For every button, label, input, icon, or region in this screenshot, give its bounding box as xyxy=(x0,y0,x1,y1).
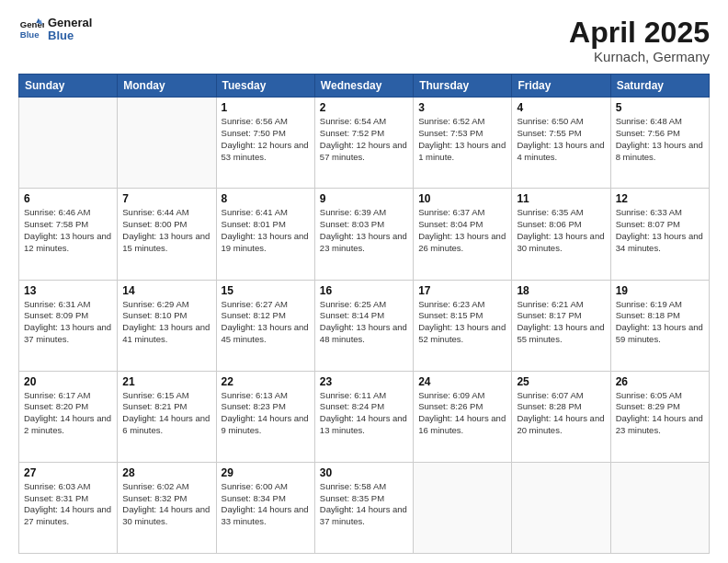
day-number: 18 xyxy=(517,284,605,297)
day-header-friday: Friday xyxy=(512,75,610,98)
logo: General Blue General Blue xyxy=(18,17,92,43)
calendar-cell: 26Sunrise: 6:05 AM Sunset: 8:29 PM Dayli… xyxy=(610,371,709,462)
day-info: Sunrise: 6:21 AM Sunset: 8:17 PM Dayligh… xyxy=(517,299,605,346)
logo-general: General xyxy=(48,17,92,29)
calendar-cell: 19Sunrise: 6:19 AM Sunset: 8:18 PM Dayli… xyxy=(610,280,709,371)
calendar-week-3: 13Sunrise: 6:31 AM Sunset: 8:09 PM Dayli… xyxy=(19,280,710,371)
day-info: Sunrise: 6:07 AM Sunset: 8:28 PM Dayligh… xyxy=(517,390,605,437)
calendar-cell: 23Sunrise: 6:11 AM Sunset: 8:24 PM Dayli… xyxy=(314,371,413,462)
day-info: Sunrise: 6:41 AM Sunset: 8:01 PM Dayligh… xyxy=(222,207,310,254)
day-number: 24 xyxy=(418,375,506,388)
calendar-cell: 13Sunrise: 6:31 AM Sunset: 8:09 PM Dayli… xyxy=(19,280,118,371)
day-number: 23 xyxy=(320,375,408,388)
calendar-cell: 25Sunrise: 6:07 AM Sunset: 8:28 PM Dayli… xyxy=(512,371,610,462)
calendar-cell: 14Sunrise: 6:29 AM Sunset: 8:10 PM Dayli… xyxy=(118,280,216,371)
day-info: Sunrise: 6:48 AM Sunset: 7:56 PM Dayligh… xyxy=(616,116,704,163)
logo-blue: Blue xyxy=(48,29,92,42)
day-number: 14 xyxy=(122,284,210,297)
day-number: 30 xyxy=(320,466,408,479)
calendar-cell: 21Sunrise: 6:15 AM Sunset: 8:21 PM Dayli… xyxy=(118,371,216,462)
day-header-thursday: Thursday xyxy=(414,75,512,98)
page-header: General Blue General Blue April 2025 Kur… xyxy=(18,17,710,64)
day-info: Sunrise: 6:56 AM Sunset: 7:50 PM Dayligh… xyxy=(222,116,310,163)
day-info: Sunrise: 5:58 AM Sunset: 8:35 PM Dayligh… xyxy=(320,481,408,528)
calendar-cell: 12Sunrise: 6:33 AM Sunset: 8:07 PM Dayli… xyxy=(610,189,709,280)
day-number: 12 xyxy=(616,192,704,205)
day-header-tuesday: Tuesday xyxy=(216,75,314,98)
calendar-cell: 1Sunrise: 6:56 AM Sunset: 7:50 PM Daylig… xyxy=(216,98,314,189)
calendar-table: SundayMondayTuesdayWednesdayThursdayFrid… xyxy=(18,74,710,554)
day-info: Sunrise: 6:52 AM Sunset: 7:53 PM Dayligh… xyxy=(418,116,506,163)
day-info: Sunrise: 6:23 AM Sunset: 8:15 PM Dayligh… xyxy=(418,299,506,346)
calendar-cell xyxy=(19,98,118,189)
day-info: Sunrise: 6:44 AM Sunset: 8:00 PM Dayligh… xyxy=(122,207,210,254)
calendar-cell: 3Sunrise: 6:52 AM Sunset: 7:53 PM Daylig… xyxy=(414,98,512,189)
day-number: 7 xyxy=(122,192,210,205)
day-info: Sunrise: 6:03 AM Sunset: 8:31 PM Dayligh… xyxy=(24,481,112,528)
day-info: Sunrise: 6:29 AM Sunset: 8:10 PM Dayligh… xyxy=(122,299,210,346)
day-number: 15 xyxy=(222,284,310,297)
calendar-cell xyxy=(118,98,216,189)
day-header-sunday: Sunday xyxy=(19,75,118,98)
day-number: 21 xyxy=(122,375,210,388)
calendar-cell xyxy=(512,462,610,553)
calendar-cell: 7Sunrise: 6:44 AM Sunset: 8:00 PM Daylig… xyxy=(118,189,216,280)
calendar-cell: 6Sunrise: 6:46 AM Sunset: 7:58 PM Daylig… xyxy=(19,189,118,280)
day-number: 11 xyxy=(517,192,605,205)
day-info: Sunrise: 6:25 AM Sunset: 8:14 PM Dayligh… xyxy=(320,299,408,346)
day-number: 26 xyxy=(616,375,704,388)
calendar-cell: 18Sunrise: 6:21 AM Sunset: 8:17 PM Dayli… xyxy=(512,280,610,371)
calendar-cell xyxy=(610,462,709,553)
calendar-cell: 24Sunrise: 6:09 AM Sunset: 8:26 PM Dayli… xyxy=(414,371,512,462)
day-number: 16 xyxy=(320,284,408,297)
calendar-cell: 11Sunrise: 6:35 AM Sunset: 8:06 PM Dayli… xyxy=(512,189,610,280)
calendar-cell: 28Sunrise: 6:02 AM Sunset: 8:32 PM Dayli… xyxy=(118,462,216,553)
calendar-cell: 17Sunrise: 6:23 AM Sunset: 8:15 PM Dayli… xyxy=(414,280,512,371)
day-number: 6 xyxy=(24,192,112,205)
day-info: Sunrise: 6:54 AM Sunset: 7:52 PM Dayligh… xyxy=(320,116,408,163)
calendar-cell: 5Sunrise: 6:48 AM Sunset: 7:56 PM Daylig… xyxy=(610,98,709,189)
day-info: Sunrise: 6:27 AM Sunset: 8:12 PM Dayligh… xyxy=(222,299,310,346)
day-info: Sunrise: 6:33 AM Sunset: 8:07 PM Dayligh… xyxy=(616,207,704,254)
day-info: Sunrise: 6:19 AM Sunset: 8:18 PM Dayligh… xyxy=(616,299,704,346)
calendar-cell: 8Sunrise: 6:41 AM Sunset: 8:01 PM Daylig… xyxy=(216,189,314,280)
day-number: 20 xyxy=(24,375,112,388)
calendar-cell: 20Sunrise: 6:17 AM Sunset: 8:20 PM Dayli… xyxy=(19,371,118,462)
calendar-cell: 22Sunrise: 6:13 AM Sunset: 8:23 PM Dayli… xyxy=(216,371,314,462)
day-info: Sunrise: 6:35 AM Sunset: 8:06 PM Dayligh… xyxy=(517,207,605,254)
day-number: 25 xyxy=(517,375,605,388)
day-info: Sunrise: 6:09 AM Sunset: 8:26 PM Dayligh… xyxy=(418,390,506,437)
day-number: 10 xyxy=(418,192,506,205)
day-number: 29 xyxy=(222,466,310,479)
day-number: 9 xyxy=(320,192,408,205)
calendar-week-4: 20Sunrise: 6:17 AM Sunset: 8:20 PM Dayli… xyxy=(19,371,710,462)
day-info: Sunrise: 6:39 AM Sunset: 8:03 PM Dayligh… xyxy=(320,207,408,254)
calendar-cell: 16Sunrise: 6:25 AM Sunset: 8:14 PM Dayli… xyxy=(314,280,413,371)
day-number: 28 xyxy=(122,466,210,479)
calendar-cell: 9Sunrise: 6:39 AM Sunset: 8:03 PM Daylig… xyxy=(314,189,413,280)
day-number: 13 xyxy=(24,284,112,297)
day-header-wednesday: Wednesday xyxy=(314,75,413,98)
day-info: Sunrise: 6:17 AM Sunset: 8:20 PM Dayligh… xyxy=(24,390,112,437)
logo-icon: General Blue xyxy=(18,17,44,42)
day-info: Sunrise: 6:50 AM Sunset: 7:55 PM Dayligh… xyxy=(517,116,605,163)
day-number: 5 xyxy=(616,101,704,114)
day-number: 1 xyxy=(222,101,310,114)
day-info: Sunrise: 6:46 AM Sunset: 7:58 PM Dayligh… xyxy=(24,207,112,254)
calendar-cell: 4Sunrise: 6:50 AM Sunset: 7:55 PM Daylig… xyxy=(512,98,610,189)
calendar-cell: 30Sunrise: 5:58 AM Sunset: 8:35 PM Dayli… xyxy=(314,462,413,553)
calendar-week-2: 6Sunrise: 6:46 AM Sunset: 7:58 PM Daylig… xyxy=(19,189,710,280)
day-number: 17 xyxy=(418,284,506,297)
day-info: Sunrise: 6:37 AM Sunset: 8:04 PM Dayligh… xyxy=(418,207,506,254)
day-info: Sunrise: 6:05 AM Sunset: 8:29 PM Dayligh… xyxy=(616,390,704,437)
day-header-saturday: Saturday xyxy=(610,75,709,98)
day-number: 22 xyxy=(222,375,310,388)
day-number: 4 xyxy=(517,101,605,114)
day-info: Sunrise: 6:02 AM Sunset: 8:32 PM Dayligh… xyxy=(122,481,210,528)
calendar-week-5: 27Sunrise: 6:03 AM Sunset: 8:31 PM Dayli… xyxy=(19,462,710,553)
month-title: April 2025 xyxy=(569,17,710,49)
day-info: Sunrise: 6:13 AM Sunset: 8:23 PM Dayligh… xyxy=(222,390,310,437)
title-block: April 2025 Kurnach, Germany xyxy=(569,17,710,64)
calendar-cell xyxy=(414,462,512,553)
day-info: Sunrise: 6:15 AM Sunset: 8:21 PM Dayligh… xyxy=(122,390,210,437)
